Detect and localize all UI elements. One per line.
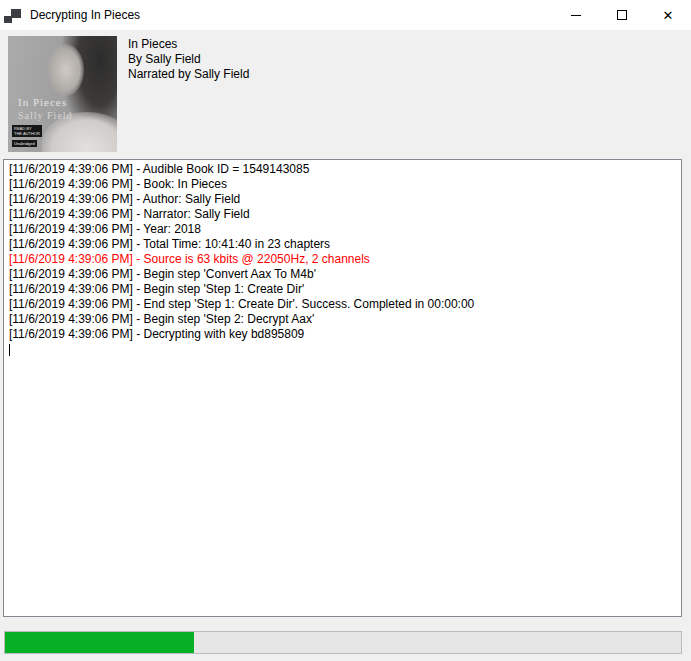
cover-read-by-badge: READ BY THE AUTHOR bbox=[12, 125, 42, 137]
log-line: [11/6/2019 4:39:06 PM] - Begin step 'Ste… bbox=[9, 282, 681, 297]
app-icon-square-big bbox=[11, 9, 21, 18]
maximize-icon bbox=[617, 10, 627, 20]
close-button[interactable]: ✕ bbox=[645, 0, 691, 30]
book-narrator: Narrated by Sally Field bbox=[128, 67, 249, 82]
log-line: [11/6/2019 4:39:06 PM] - Total Time: 10:… bbox=[9, 237, 681, 252]
cover-title-text: In Pieces bbox=[18, 96, 67, 108]
window-controls: ✕ bbox=[553, 0, 691, 30]
caret-line bbox=[9, 342, 681, 357]
book-title: In Pieces bbox=[128, 37, 249, 52]
close-icon: ✕ bbox=[663, 9, 674, 22]
text-caret bbox=[9, 344, 10, 356]
maximize-button[interactable] bbox=[599, 0, 645, 30]
log-line: [11/6/2019 4:39:06 PM] - Year: 2018 bbox=[9, 222, 681, 237]
app-icon-square-small bbox=[4, 16, 12, 23]
log-line: [11/6/2019 4:39:06 PM] - Book: In Pieces bbox=[9, 177, 681, 192]
log-output[interactable]: [11/6/2019 4:39:06 PM] - Audible Book ID… bbox=[3, 159, 682, 617]
progress-bar-fill bbox=[5, 632, 194, 653]
cover-author-text: Sally Field bbox=[18, 110, 73, 121]
title-bar[interactable]: Decrypting In Pieces ✕ bbox=[0, 0, 691, 30]
window-title: Decrypting In Pieces bbox=[30, 8, 140, 22]
app-window: Decrypting In Pieces ✕ In Pieces Sally F… bbox=[0, 0, 691, 661]
cover-unabridged-badge: Unabridged bbox=[12, 140, 37, 147]
log-line: [11/6/2019 4:39:06 PM] - Author: Sally F… bbox=[9, 192, 681, 207]
cover-portrait-face bbox=[48, 44, 84, 96]
progress-bar bbox=[4, 631, 682, 654]
book-meta: In Pieces By Sally Field Narrated by Sal… bbox=[128, 37, 249, 82]
log-line: [11/6/2019 4:39:06 PM] - Narrator: Sally… bbox=[9, 207, 681, 222]
minimize-icon bbox=[571, 15, 581, 16]
log-line: [11/6/2019 4:39:06 PM] - End step 'Step … bbox=[9, 297, 681, 312]
log-line: [11/6/2019 4:39:06 PM] - Begin step 'Ste… bbox=[9, 312, 681, 327]
log-line: [11/6/2019 4:39:06 PM] - Begin step 'Con… bbox=[9, 267, 681, 282]
book-byline: By Sally Field bbox=[128, 52, 249, 67]
app-icon bbox=[4, 7, 22, 23]
book-cover-image: In Pieces Sally Field READ BY THE AUTHOR… bbox=[8, 36, 117, 152]
minimize-button[interactable] bbox=[553, 0, 599, 30]
log-line: [11/6/2019 4:39:06 PM] - Audible Book ID… bbox=[9, 162, 681, 177]
log-line: [11/6/2019 4:39:06 PM] - Source is 63 kb… bbox=[9, 252, 681, 267]
log-line: [11/6/2019 4:39:06 PM] - Decrypting with… bbox=[9, 327, 681, 342]
